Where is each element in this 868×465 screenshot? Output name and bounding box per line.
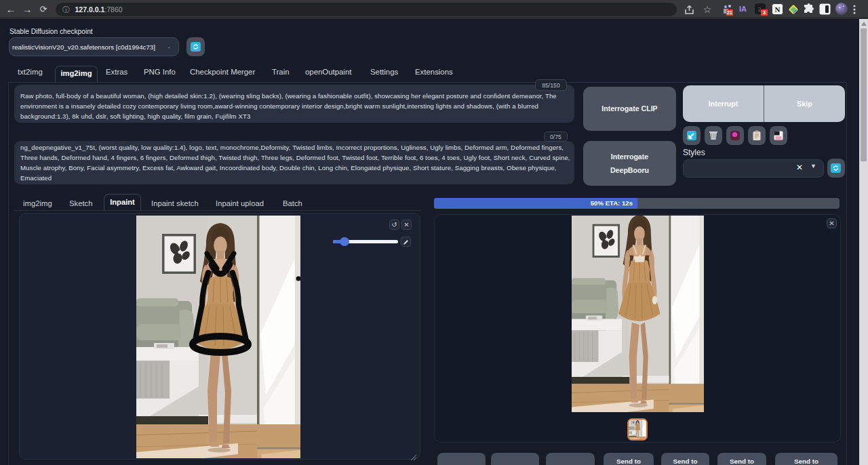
svg-text:3: 3 [763,10,766,15]
svg-text:21: 21 [727,10,732,15]
svg-text:2: 2 [757,6,761,13]
svg-text:N: N [775,5,781,14]
